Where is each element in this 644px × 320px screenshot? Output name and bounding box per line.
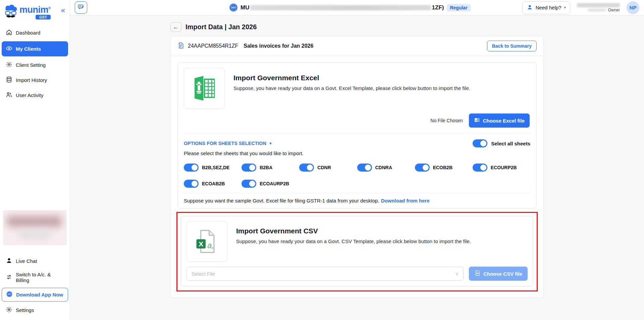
- need-help-button[interactable]: Need help? ▾: [522, 1, 570, 14]
- sheet-toggle-item: CDNRA: [357, 164, 415, 172]
- page-content: ← Import Data | Jan 2026 24AAPCM8554R1ZF…: [70, 15, 644, 320]
- sheet-toggle[interactable]: [357, 164, 372, 172]
- munim-logo: munim® GST: [3, 4, 51, 21]
- sheet-toggle-item: ECOAURP2B: [241, 180, 299, 188]
- sheet-toggle-grid: B2B,SEZ,DE B2BA CDNR: [184, 164, 530, 188]
- select-all-sheets-label: Select all sheets: [491, 141, 530, 146]
- sheets-selection-toggle[interactable]: OPTIONS FOR SHEETS SELECTION ▼: [184, 141, 272, 146]
- user-role-label: Owner: [608, 8, 620, 12]
- sidebar-item-label: Client Setting: [16, 62, 46, 68]
- excel-section-description: Suppose, you have ready your data on a G…: [233, 85, 470, 91]
- sheet-toggle-item: ECOURP2B: [473, 164, 530, 172]
- select-all-sheets-control: Select all sheets: [473, 139, 530, 147]
- home-icon: [6, 29, 12, 37]
- csv-file-icon: CSV: [474, 270, 481, 277]
- avatar[interactable]: NP: [627, 1, 639, 14]
- app-root: munim® GST « Dashboard My Clients Client…: [0, 0, 644, 320]
- brand-name: munim®: [19, 4, 51, 14]
- svg-text:CSV: CSV: [477, 273, 479, 274]
- sheet-label: CDNRA: [375, 165, 392, 170]
- csv-section-description: Suppose, you have ready your data on a G…: [236, 238, 471, 244]
- topbar: GST MU1ZF) Regular Need help? ▾ Own: [70, 0, 644, 15]
- sidebar-item-label: User Activity: [16, 92, 44, 98]
- sidebar-item-switch-billing[interactable]: Switch to A/c. & Billing: [2, 269, 68, 286]
- select-all-sheets-toggle[interactable]: [473, 139, 487, 147]
- registered-mark: ®: [48, 6, 51, 10]
- sidebar-item-label: Settings: [16, 307, 34, 313]
- govt-excel-icon: [184, 68, 225, 109]
- promo-blur-block: [18, 230, 52, 239]
- redacted-user-name: [577, 3, 620, 7]
- govt-csv-icon: X a,: [186, 221, 227, 262]
- company-name: MU1ZF): [240, 4, 444, 11]
- sheet-label: ECOURP2B: [491, 165, 517, 170]
- sidebar-item-live-chat[interactable]: Live Chat: [2, 255, 68, 268]
- sidebar-item-dashboard[interactable]: Dashboard: [2, 26, 68, 39]
- sheet-label: ECOB2B: [433, 165, 452, 170]
- need-help-label: Need help?: [536, 5, 561, 10]
- sheet-toggle[interactable]: [184, 164, 199, 172]
- sheet-toggle[interactable]: [473, 164, 487, 172]
- user-info: Owner: [577, 3, 620, 12]
- gst-badge: GST: [36, 15, 51, 19]
- excel-import-section: Import Government Excel Suppose, you hav…: [177, 62, 537, 209]
- download-sample-link[interactable]: Download from here: [381, 198, 430, 203]
- users-icon: [6, 91, 12, 99]
- svg-text:X: X: [199, 240, 203, 248]
- choose-excel-file-button[interactable]: X Choose Excel file: [469, 113, 530, 128]
- gear-icon: [6, 306, 12, 314]
- sidebar-item-user-activity[interactable]: User Activity: [2, 89, 68, 102]
- promo-banner[interactable]: [3, 210, 67, 245]
- sidebar-item-label: Switch to A/c. & Billing: [16, 272, 64, 283]
- sheet-toggle[interactable]: [241, 164, 256, 172]
- sample-file-note: Suppose you want the sample Govt. Excel …: [184, 193, 530, 203]
- sheet-toggle[interactable]: [241, 180, 256, 188]
- back-button[interactable]: ←: [170, 22, 181, 32]
- sheet-label: ECOAB2B: [202, 181, 225, 186]
- sheet-toggle-item: B2B,SEZ,DE: [184, 164, 241, 172]
- sheet-toggle-item: ECOAB2B: [184, 180, 241, 188]
- sheet-label: ECOAURP2B: [260, 181, 289, 186]
- sheet-toggle-item: ECOB2B: [415, 164, 473, 172]
- sheet-label: B2BA: [260, 165, 272, 170]
- sidebar-item-label: Download App Now: [16, 292, 63, 298]
- select-file-placeholder: Select File: [192, 271, 215, 277]
- company-header: GST MU1ZF) Regular: [229, 3, 471, 12]
- sheet-toggle[interactable]: [415, 164, 430, 172]
- back-to-summary-button[interactable]: Back to Summary: [487, 41, 537, 51]
- support-person-icon: [527, 4, 533, 11]
- gear-icon: [6, 61, 12, 69]
- sidebar-collapse-icon[interactable]: «: [61, 4, 67, 14]
- regular-badge: Regular: [446, 4, 471, 11]
- eye-icon: [6, 45, 12, 53]
- download-app-button[interactable]: GST Download App Now: [2, 288, 68, 302]
- sheet-toggle[interactable]: [299, 164, 314, 172]
- csv-section-title: Import Government CSV: [236, 227, 471, 235]
- sidebar-item-settings[interactable]: Settings: [2, 304, 68, 317]
- choose-csv-file-button[interactable]: CSV Choose CSV file: [469, 267, 528, 281]
- redacted-company-name: [250, 5, 431, 10]
- sidebar-item-client-setting[interactable]: Client Setting: [2, 58, 68, 72]
- sidebar-bottom: Live Chat Switch to A/c. & Billing GST D…: [0, 210, 70, 320]
- main-column: GST MU1ZF) Regular Need help? ▾ Own: [70, 0, 644, 320]
- munim-mascot-icon: [3, 4, 18, 21]
- sidebar-item-import-history[interactable]: Import History: [2, 74, 68, 87]
- swap-icon: [6, 274, 12, 281]
- csv-highlight-border: X a, Import Government CSV Suppose, you …: [176, 212, 538, 291]
- sheet-toggle[interactable]: [184, 180, 199, 188]
- sidebar-item-my-clients[interactable]: My Clients: [2, 41, 68, 56]
- select-file-dropdown[interactable]: Select File ∨: [186, 267, 464, 281]
- sidebar-item-label: Import History: [16, 77, 47, 83]
- topbar-right: Need help? ▾ Owner NP: [522, 1, 639, 14]
- gstin-value: 24AAPCM8554R1ZF: [188, 43, 238, 49]
- feedback-button[interactable]: [75, 1, 87, 14]
- sheet-toggle-item: CDNR: [299, 164, 357, 172]
- sidebar-item-label: Live Chat: [16, 258, 37, 264]
- no-file-chosen-label: No File Chosen: [430, 118, 463, 123]
- person-icon: [6, 257, 12, 265]
- page-title-row: ← Import Data | Jan 2026: [170, 22, 544, 32]
- redacted-user-detail: [588, 9, 606, 11]
- gst-stamp-icon: GST: [229, 3, 238, 12]
- chevron-down-icon: ▼: [269, 141, 272, 145]
- company-name-prefix: MU: [240, 4, 249, 11]
